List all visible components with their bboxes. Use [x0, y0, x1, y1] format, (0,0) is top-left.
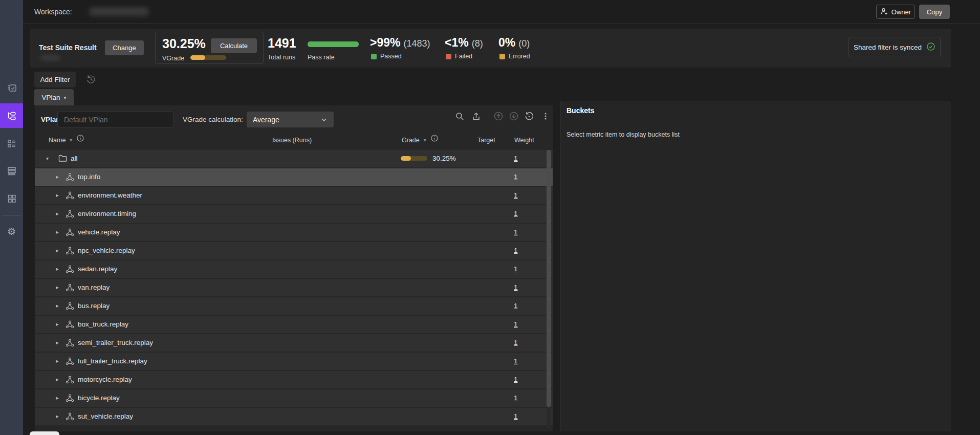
runs-table-icon[interactable] — [0, 160, 23, 182]
metric-node-icon — [66, 265, 74, 275]
tree-row[interactable]: ▸ full_trailer_truck.replay 1 — [35, 353, 553, 370]
dashboard-grid-icon[interactable] — [0, 187, 23, 210]
weight-link[interactable]: 1 — [514, 408, 518, 425]
name-info-icon[interactable] — [76, 129, 84, 151]
test-checklist-icon[interactable] — [0, 77, 23, 99]
tree-row[interactable]: ▸ environment.weather 1 — [35, 187, 553, 204]
cutoff-bottom-widget[interactable] — [30, 431, 59, 435]
tree-row[interactable]: ▸ semi_trailer_truck.replay 1 — [35, 334, 553, 352]
passed-legend-label: Passed — [380, 53, 402, 60]
vgrade-calculation-select[interactable]: Average — [247, 112, 334, 127]
vplan-name-input[interactable] — [57, 112, 174, 127]
vplan-tree-icon[interactable] — [0, 103, 23, 128]
weight-link[interactable]: 1 — [514, 353, 518, 370]
export-icon[interactable] — [469, 110, 483, 123]
caret-collapsed-icon[interactable]: ▸ — [54, 297, 61, 315]
test-suite-result-title: Test Suite Result — [39, 44, 97, 52]
vgrade-summary-box: 30.25% Calculate VGrade — [155, 32, 264, 64]
metric-node-icon — [66, 247, 74, 257]
weight-link[interactable]: 1 — [514, 150, 518, 167]
circle-arrow-down-icon[interactable] — [507, 110, 520, 123]
weight-link[interactable]: 1 — [514, 316, 518, 333]
tree-row[interactable]: ▸ sedan.replay 1 — [35, 260, 553, 278]
tree-row[interactable]: ▸ environment.timing 1 — [35, 205, 553, 223]
buckets-panel: Buckets Select metric item to display bu… — [560, 101, 951, 431]
weight-link[interactable]: 1 — [514, 242, 518, 259]
tree-row[interactable]: ▸ box_truck.replay 1 — [35, 316, 553, 333]
failed-legend: Failed — [446, 53, 472, 60]
copy-button-label: Copy — [927, 8, 942, 16]
column-header-issues: Issues (Runs) — [272, 129, 312, 151]
workspace-label: Workspace: — [34, 0, 72, 24]
tree-row[interactable]: ▸ bus.replay 1 — [35, 297, 553, 315]
tree-scrollbar — [547, 150, 551, 428]
passed-count: (1483) — [403, 38, 430, 49]
column-header-name[interactable]: Name ▾ — [49, 129, 84, 151]
tree-row[interactable]: ▸ top.info 1 — [35, 168, 553, 186]
toolbar-divider — [489, 112, 489, 123]
search-icon[interactable] — [453, 110, 466, 123]
weight-link[interactable]: 1 — [514, 168, 518, 186]
tab-vplan[interactable]: VPlan ▾ — [34, 89, 74, 105]
total-runs-value: 1491 — [268, 36, 296, 51]
caret-collapsed-icon[interactable]: ▸ — [54, 168, 61, 186]
circle-arrow-up-icon[interactable] — [492, 110, 505, 123]
settings-gear-icon[interactable]: ⚙ — [0, 220, 23, 243]
weight-link[interactable]: 1 — [514, 187, 518, 204]
calculate-button[interactable]: Calculate — [211, 38, 257, 53]
tree-table-header: Name ▾ Issues (Runs) Grade ▾ Target We — [35, 129, 553, 151]
caret-collapsed-icon[interactable]: ▸ — [54, 353, 61, 370]
caret-collapsed-icon[interactable]: ▸ — [54, 242, 61, 259]
copy-button[interactable]: Copy — [919, 5, 950, 19]
metric-node-icon — [66, 284, 74, 294]
caret-expanded-icon[interactable]: ▾ — [46, 150, 49, 167]
add-filter-button[interactable]: Add Filter — [34, 72, 76, 88]
errored-legend-label: Errored — [509, 53, 530, 60]
tree-row[interactable]: ▸ van.replay 1 — [35, 279, 553, 296]
weight-link[interactable]: 1 — [514, 279, 518, 296]
tree-row[interactable]: ▸ bicycle.replay 1 — [35, 389, 553, 407]
change-button[interactable]: Change — [105, 40, 144, 55]
tree-row[interactable]: ▸ npc_vehicle.replay 1 — [35, 242, 553, 259]
caret-collapsed-icon[interactable]: ▸ — [54, 371, 61, 388]
tree-row[interactable]: ▸ sut_vehicle.replay 1 — [35, 408, 553, 425]
owner-button[interactable]: Owner — [876, 5, 915, 19]
grade-info-icon[interactable] — [430, 129, 439, 151]
weight-link[interactable]: 1 — [514, 260, 518, 278]
weight-link[interactable]: 1 — [514, 371, 518, 388]
redacted-suite-name — [40, 56, 60, 60]
weight-link[interactable]: 1 — [514, 334, 518, 352]
sort-caret-icon[interactable]: ▾ — [70, 129, 72, 151]
weight-link[interactable]: 1 — [514, 205, 518, 223]
vplan-tree-panel: VPlan: VGrade calculation: Average — [35, 105, 553, 431]
weight-link[interactable]: 1 — [514, 297, 518, 315]
redacted-workspace-name — [90, 7, 148, 16]
caret-collapsed-icon[interactable]: ▸ — [54, 279, 61, 296]
filter-history-icon[interactable] — [85, 73, 97, 85]
issues-header-label: Issues (Runs) — [272, 129, 312, 151]
weight-link[interactable]: 1 — [514, 224, 518, 241]
tree-row-name: semi_trailer_truck.replay — [78, 334, 153, 352]
scrollbar-thumb[interactable] — [547, 150, 551, 407]
app-root: ⚙ Workspace: Owner Copy Test Suite Resul… — [0, 0, 980, 435]
caret-collapsed-icon[interactable]: ▸ — [54, 187, 61, 204]
caret-collapsed-icon[interactable]: ▸ — [54, 224, 61, 241]
tree-row-all[interactable]: ▾ all 30.25% 1 — [35, 150, 553, 167]
caret-collapsed-icon[interactable]: ▸ — [54, 205, 61, 223]
shared-filter-synced-badge: Shared filter is synced — [848, 37, 941, 57]
column-header-grade[interactable]: Grade ▾ — [402, 129, 439, 151]
caret-collapsed-icon[interactable]: ▸ — [54, 408, 61, 425]
column-header-target: Target — [477, 129, 495, 151]
metric-list-icon[interactable] — [0, 132, 23, 155]
caret-collapsed-icon[interactable]: ▸ — [54, 389, 61, 407]
reset-icon[interactable] — [522, 110, 536, 123]
tree-row[interactable]: ▸ motorcycle.replay 1 — [35, 371, 553, 388]
caret-collapsed-icon[interactable]: ▸ — [54, 334, 61, 352]
sort-caret-icon[interactable]: ▾ — [424, 129, 426, 151]
caret-collapsed-icon[interactable]: ▸ — [54, 316, 61, 333]
weight-link[interactable]: 1 — [514, 389, 518, 407]
tree-row[interactable]: ▸ vehicle.replay 1 — [35, 224, 553, 241]
caret-collapsed-icon[interactable]: ▸ — [54, 260, 61, 278]
passed-percent: >99% — [370, 36, 400, 49]
kebab-menu-icon[interactable] — [539, 110, 552, 123]
